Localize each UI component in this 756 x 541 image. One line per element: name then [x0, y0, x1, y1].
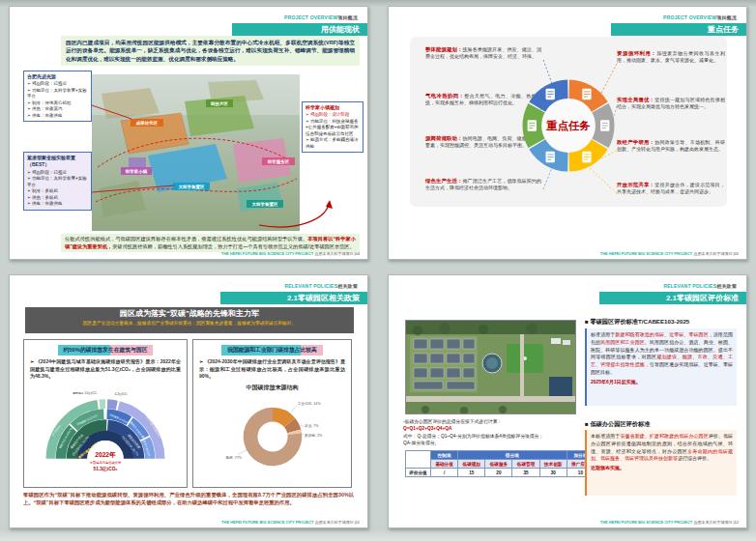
key-tasks-wheel-diagram: 重点任务 — [509, 66, 628, 185]
connector-arrowhead-icon — [326, 200, 333, 209]
slide3-footer: THE HEFEI FUTURE BIG SCIENCE CITY PROJEC… — [221, 520, 360, 525]
photo-tree — [439, 323, 451, 334]
table-value: 35 — [512, 469, 539, 477]
photo-tree — [526, 323, 538, 334]
task-block: 实现全局最优：坚持统一规划与区域特色衔接相结合，实现全局最优与地方特色发展统一。 — [617, 97, 725, 110]
slide-4-evaluation-standards[interactable]: RELEVANT POLICIES相关政策 2.1零碳园区评价标准 — [388, 274, 747, 528]
footer-cn: 合肥未来大科学城项目 — [693, 251, 732, 256]
callout-title: 合肥先进光源 — [27, 73, 88, 80]
footer-en: THE HEFEI FUTURE BIG SCIENCE CITY PROJEC… — [221, 251, 314, 256]
panel-energy-industry-share: 我国能源和工业部门碳排放占比较高 ➢ 《2024-2030年中国碳排放行业全景调… — [192, 339, 352, 488]
calc-note: QA-加分项得分。 — [403, 440, 592, 446]
slide2-banner: 重点任务 — [611, 23, 746, 36]
page-number: |05 — [734, 251, 740, 256]
task-title: 资源循环利用： — [617, 50, 656, 56]
photo-tree — [460, 407, 468, 414]
std-text: 进行综合评价。 — [678, 455, 712, 461]
eyebrow-en: PROJECT OVERVIEW — [663, 14, 716, 20]
slide1-eyebrow: PROJECT OVERVIEW项目概况 — [284, 14, 358, 20]
eyebrow-cn: 项目概况 — [337, 14, 358, 20]
slide3-title-band: 园区成为落实“双碳”战略的先锋和主力军 园区是产业活动主要载体，能够承担产业零碳… — [25, 307, 354, 333]
panel-bullet: ➢ 《2024中国建筑与城市基础设施碳排放研究报告》显示：2022年全国建筑与建… — [24, 358, 187, 381]
photo-tree — [479, 325, 488, 334]
slide4-footer: THE HEFEI FUTURE BIG SCIENCE CITY PROJEC… — [600, 520, 739, 525]
slide3-title: 园区成为落实“双碳”战略的先锋和主力军 — [25, 307, 354, 321]
eyebrow-en: PROJECT OVERVIEW — [284, 14, 337, 20]
std-text-highlight: 安徽省新建、扩建和改建的低碳办公园区 — [620, 433, 708, 439]
photo-tree — [413, 326, 422, 335]
callout-scientist-town-plan: 科学家小镇规划 ➢ 规划阶段：设计阶段 ➢ 功能定位：科技金融服务+公共服务配套… — [302, 101, 363, 153]
clipboard-icon — [546, 89, 555, 100]
donut-label: 工业过程, 14% — [297, 402, 321, 406]
callout-item: ➢ 功能定位：大科学装置+实验平台 — [27, 88, 88, 100]
ring4-direct — [107, 404, 117, 405]
task-title: 气电冷热协同： — [425, 93, 464, 99]
photo-tree — [499, 406, 507, 413]
standard2-description-box: 本标准适用于安徽省新建、扩建和改建的低碳办公园区评价。低碳办公园区评价应遵循因地… — [585, 430, 737, 496]
center-total: 51.3亿tCO₂ — [94, 467, 118, 471]
table-subheader: 基础分值 — [431, 460, 458, 469]
callout-title: 科学家小镇规划 — [305, 104, 360, 111]
chart-icon — [528, 120, 537, 130]
footer-en: THE HEFEI FUTURE BIG SCIENCE CITY PROJEC… — [600, 520, 693, 525]
photo-building — [563, 340, 570, 345]
slide-1-energy-status[interactable]: PROJECT OVERVIEW项目概况 用供能现状 园区内已建成项目，均采用传… — [9, 6, 368, 260]
task-block: 资源循环利用：加强废弃物分类回收与再生利用，推动固废、废水、废气等资源化、减量化… — [617, 50, 725, 64]
photo-lawn — [406, 402, 576, 414]
zone-label: 大科学装置区 — [252, 201, 279, 208]
callout-best-device: 紧凑型聚变能实验装置（BEST） ➢ 规划阶段：已投运 ➢ 功能定位：大科学装置… — [23, 152, 92, 211]
task-title: 源网荷储联动： — [425, 135, 462, 141]
eyebrow-en: RELEVANT POLICIES — [284, 283, 337, 289]
eyebrow-cn: 相关政策 — [716, 283, 737, 289]
zone-label: 科学服务区 — [267, 158, 290, 165]
table-value: 15 — [458, 469, 485, 477]
donut-label: 废弃物, 2% — [305, 433, 323, 438]
table-subheader: 低碳规划 — [458, 460, 485, 469]
std-effective-date: 近期颁布实施。 — [591, 465, 733, 472]
donut-label: 农业, 7% — [305, 422, 319, 427]
std-text: 标准适用于 — [591, 331, 615, 337]
panel-buildings-share: 约50%的碳排放发生在建筑与园区 ➢ 《2024中国建筑与城市基础设施碳排放研究… — [23, 339, 188, 488]
slide3-banner: 2.1零碳园区相关政策 — [220, 292, 367, 304]
task-block: 整体能源规划：统筹各类能源开发、供应、储运、消费全过程，优化结构布局，保障安全、… — [425, 46, 541, 60]
eyebrow-en: RELEVANT POLICIES — [663, 283, 716, 289]
leader-line — [291, 405, 297, 411]
center-year: 2022年 — [95, 450, 116, 457]
table-subheader: 低碳服务 — [485, 460, 512, 469]
standard1-heading: ■ 零碳园区评价标准T/CABEE103-2025 — [585, 318, 738, 327]
task-block: 政经产学研用：协同政策引导、市场机制、科研创新、产业转化与用户实践，构建高效发展… — [617, 139, 725, 153]
zone-label: 成果转化区 — [135, 120, 159, 126]
photo-road — [406, 396, 576, 402]
slide1-footer: THE HEFEI FUTURE BIG SCIENCE CITY PROJEC… — [221, 251, 360, 256]
calc-intro: -低碳办公园区评价的总得分应按下式进行计算： — [403, 418, 592, 425]
table-value: 20 — [485, 469, 512, 477]
callout-list: ➢ 规划阶段：设计阶段 ➢ 功能定位：科技金融服务+公共服务配套+创新研究的综合… — [305, 112, 360, 150]
key-tasks-panel: 整体能源规划：统筹各类能源开发、供应、储运、消费全过程，优化结构布局，保障安全、… — [410, 37, 727, 207]
aerial-park-photo — [405, 320, 576, 414]
checklist-icon — [582, 152, 591, 162]
std-text-highlight: 新建和既有改造的低碳、近零碳、零碳园区， — [615, 331, 712, 337]
slide2-footer: THE HEFEI FUTURE BIG SCIENCE CITY PROJEC… — [600, 251, 739, 256]
callout-item: ➢ 功能定位：科技金融服务+公共服务配套+创新研究的综合型绿色低碳示范社区 — [305, 119, 360, 138]
footer-en: THE HEFEI FUTURE BIG SCIENCE CITY PROJEC… — [221, 520, 314, 525]
panel-heading: 我国能源和工业部门碳排放占比较高 — [221, 345, 323, 356]
callout-item: ➢ 能源方式：多能耦合清洁供能 — [305, 137, 360, 150]
slide1-intro-paragraph: 园区内已建成项目，均采用传统园区能源供给模式，主要依靠分散布置的中心式冷水机组、… — [61, 36, 360, 66]
callout-advanced-light-source: 合肥先进光源 ➢ 规划阶段：已投运 ➢ 功能定位：大科学装置+实验平台 ➢ 制冷… — [23, 71, 92, 122]
conclusion-text: 突破传统路径依赖，前瞻性引入系统规划理念，致力于打造一个具有引领示范意义的低碳/… — [112, 243, 354, 249]
pencil-icon — [546, 152, 555, 162]
folder-icon — [600, 120, 609, 130]
callout-list: ➢ 规划阶段：已投运 ➢ 功能定位：大科学装置+实验平台 ➢ 制冷：传统离心机组… — [27, 81, 88, 119]
ring4-outer-label: 4.2亿tCO₂ — [115, 392, 128, 396]
slide1-conclusion: 分散式传统供能模式，与低碳园区建设目标存在根本性矛盾，亟需通过系统性优化与能源结… — [61, 234, 360, 252]
slide-3-dual-carbon-policy[interactable]: RELEVANT POLICIES相关政策 2.1零碳园区相关政策 园区成为落实… — [9, 274, 368, 528]
slide-2-key-tasks[interactable]: PROJECT OVERVIEW项目概况 重点任务 整体能源规划：统筹各类能源开… — [388, 6, 747, 260]
page-number: |11 — [355, 520, 360, 525]
eyebrow-cn: 相关政策 — [337, 283, 358, 289]
table-value: 30 — [539, 469, 567, 477]
score-formula: Q=Q1+Q2+Q3+Q4+QA — [403, 425, 592, 432]
std-text: 本标准适用于 — [591, 433, 620, 439]
table-header: 得分项 — [458, 451, 567, 460]
photo-tree-band — [406, 321, 576, 334]
document-icon — [582, 89, 591, 100]
